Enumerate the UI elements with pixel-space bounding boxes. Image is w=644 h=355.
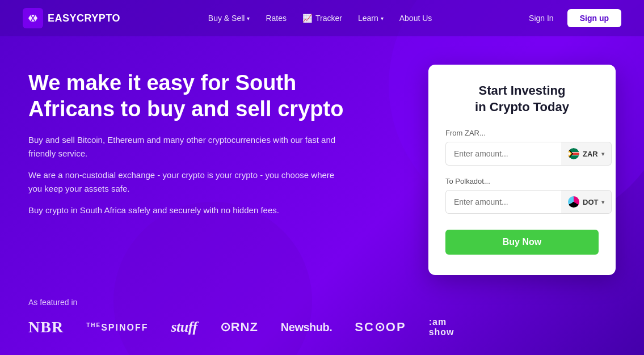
to-label: To Polkadot... (445, 177, 599, 185)
logo-text: EASYCRYPTO (48, 12, 120, 24)
featured-section: As featured in NBR THESPINOFF stuff ⊙RNZ… (0, 292, 644, 354)
hero-section: We make it easy for South Africans to bu… (28, 65, 346, 225)
hero-desc-3: Buy crypto in South Africa safely and se… (28, 204, 346, 217)
from-currency-select[interactable]: ZAR ▾ (561, 142, 612, 166)
main-content: We make it easy for South Africans to bu… (0, 36, 644, 292)
from-label: From ZAR... (445, 129, 599, 137)
chevron-down-icon: ▾ (381, 15, 384, 22)
hero-desc-1: Buy and sell Bitcoin, Ethereum and many … (28, 133, 346, 160)
nav-auth: Sign In Sign up (520, 9, 621, 27)
chevron-down-icon: ▾ (601, 199, 604, 205)
from-input-row: ZAR ▾ (445, 142, 599, 166)
rnz-logo: ⊙RNZ (220, 320, 258, 335)
to-field: To Polkadot... DOT ▾ (445, 177, 599, 214)
spinoff-logo: THESPINOFF (86, 322, 148, 333)
to-currency-label: DOT (583, 198, 598, 206)
hero-desc-2: We are a non-custodial exchange - your c… (28, 168, 346, 196)
from-field: From ZAR... ZAR ▾ (445, 129, 599, 166)
from-amount-input[interactable] (445, 142, 561, 166)
nav-links: Buy & Sell ▾ Rates 📈 Tracker Learn ▾ Abo… (201, 10, 439, 26)
dot-crypto-icon (568, 196, 579, 208)
from-currency-label: ZAR (583, 150, 598, 158)
sign-up-button[interactable]: Sign up (567, 9, 621, 27)
newshub-logo: Newshub. (281, 321, 332, 334)
to-input-row: DOT ▾ (445, 190, 599, 214)
nav-item-learn[interactable]: Learn ▾ (351, 10, 390, 26)
nbr-logo: NBR (28, 318, 64, 336)
logo[interactable]: EASYCRYPTO (23, 8, 120, 28)
to-amount-input[interactable] (445, 190, 561, 214)
sign-in-button[interactable]: Sign In (520, 10, 563, 26)
navigation: EASYCRYPTO Buy & Sell ▾ Rates 📈 Tracker … (0, 0, 644, 36)
chevron-down-icon: ▾ (247, 15, 250, 22)
amshow-logo: :amshow (429, 317, 454, 337)
hero-heading: We make it easy for South Africans to bu… (28, 70, 346, 122)
to-currency-select[interactable]: DOT ▾ (561, 190, 612, 214)
nav-item-rates[interactable]: Rates (259, 10, 293, 26)
nav-item-tracker[interactable]: 📈 Tracker (296, 10, 349, 26)
stuff-logo: stuff (171, 319, 197, 336)
logo-icon (23, 8, 43, 28)
invest-card: Start Investing in Crypto Today From ZAR… (428, 65, 616, 275)
chevron-down-icon: ▾ (601, 151, 604, 157)
nav-item-about-us[interactable]: About Us (393, 10, 439, 26)
buy-now-button[interactable]: Buy Now (445, 230, 599, 255)
featured-label: As featured in (28, 298, 616, 307)
scoop-logo: SC⊙OP (355, 320, 406, 335)
card-title: Start Investing in Crypto Today (445, 83, 599, 115)
tracker-chart-icon: 📈 (302, 14, 312, 23)
featured-logos: NBR THESPINOFF stuff ⊙RNZ Newshub. SC⊙OP… (28, 317, 616, 337)
nav-item-buy-sell[interactable]: Buy & Sell ▾ (201, 10, 257, 26)
zar-flag-icon (568, 148, 579, 159)
